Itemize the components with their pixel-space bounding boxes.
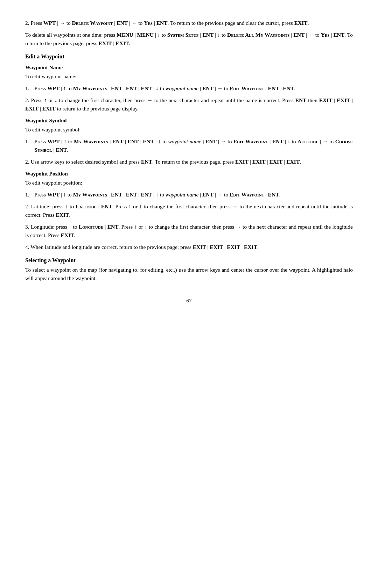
key-yes: Yes — [144, 20, 153, 26]
key-menu2: MENU — [137, 32, 154, 38]
key-exit-sym2c: EXIT — [270, 159, 283, 165]
key-ent-s1b: ENT — [126, 85, 137, 91]
key-ent-lat: ENT — [101, 203, 112, 209]
key-ent-pos1c: ENT — [141, 192, 152, 198]
key-wpt-pos1: WPT — [47, 192, 59, 198]
step-3-longitude: 3. Longitude: press ↓ to Longitude | ENT… — [25, 223, 353, 239]
page-content: 2. Press WPT | → to Delete Waypoint | EN… — [0, 0, 378, 588]
key-exit-lon: EXIT — [61, 232, 74, 238]
key-ent-s2: ENT — [295, 97, 307, 103]
key-ent: ENT — [117, 20, 128, 26]
key-ent-sym1a: ENT — [112, 138, 124, 144]
heading-edit-waypoint: Edit a Waypoint — [25, 52, 353, 61]
key-yes2: Yes — [321, 32, 330, 38]
key-exit-sym2b: EXIT — [252, 159, 266, 165]
step-1-edit-position: 1. Press WPT | ↑ to My Waypoints | ENT |… — [25, 191, 353, 199]
key-system-setup: System Setup — [167, 32, 199, 38]
para-delete-all: To delete all waypoints at one time: pre… — [25, 31, 353, 48]
key-exit-s2a: EXIT — [319, 97, 332, 103]
key-exit: EXIT — [294, 20, 308, 26]
step-1-edit-name-text: Press WPT | ↑ to My Waypoints | ENT | EN… — [34, 84, 295, 93]
key-ent-sym1b: ENT — [127, 138, 139, 144]
key-exit-ret2: EXIT — [210, 244, 223, 250]
key-exit-s2b: EXIT — [337, 97, 350, 103]
key-menu1: MENU — [117, 32, 133, 38]
key-exit-ret4: EXIT — [244, 244, 257, 250]
key-delete-all: Delete All My Waypoints — [227, 32, 289, 38]
step-1-edit-name: 1. Press WPT | ↑ to My Waypoints | ENT |… — [25, 84, 353, 93]
step-1-edit-symbol: 1. Press WPT | ↑ to My Waypoints | ENT |… — [25, 137, 353, 154]
key-my-waypoints-s1: My Waypoints — [73, 85, 107, 91]
key-edit-waypoint-sym1: Edit Waypoint — [233, 138, 268, 144]
key-ent-pos1d: ENT — [202, 192, 214, 198]
key-delete-waypoint: Delete Waypoint — [72, 20, 113, 26]
key-altitude-sym1: Altitude — [298, 138, 318, 144]
subheading-waypoint-position: Waypoint Position — [25, 170, 353, 178]
key-ent-lon: ENT — [107, 224, 119, 230]
key-ent2: ENT — [156, 20, 168, 26]
key-ent-pos1e: ENT — [268, 192, 279, 198]
key-ent-sym1f: ENT — [56, 147, 67, 153]
key-my-waypoints-pos1: My Waypoints — [73, 192, 107, 198]
page-number: 67 — [25, 296, 353, 305]
step-2-edit-name: 2. Press ↑ or ↓ to change the first char… — [25, 96, 353, 113]
key-waypoint-name-sym1: waypoint name — [168, 138, 201, 144]
step-1-edit-symbol-text: Press WPT | ↑ to My Waypoints | ENT | EN… — [34, 137, 353, 154]
key-ent-s1f: ENT — [283, 85, 294, 91]
key-wpt-sym1: WPT — [47, 138, 59, 144]
key-ent-sym1c: ENT — [143, 138, 154, 144]
key-edit-waypoint-pos1: Edit Waypoint — [230, 192, 264, 198]
key-waypoint-name-pos1: waypoint name — [166, 192, 198, 198]
key-ent3: ENT — [202, 32, 214, 38]
key-waypoint-name-s1: waypoint name — [166, 85, 198, 91]
key-exit-ret1: EXIT — [193, 244, 206, 250]
step-1-edit-position-text: Press WPT | ↑ to My Waypoints | ENT | EN… — [34, 191, 280, 199]
subheading-waypoint-name: Waypoint Name — [25, 63, 353, 72]
key-edit-waypoint-s1: Edit Waypoint — [230, 85, 264, 91]
key-wpt: WPT — [43, 20, 56, 26]
para-edit-position-intro: To edit waypoint position: — [25, 179, 353, 187]
key-ent-sym1d: ENT — [205, 138, 217, 144]
key-ent-sym2: ENT — [141, 159, 152, 165]
step-2-latitude: 2. Latitude: press ↓ to Latitude | ENT. … — [25, 202, 353, 219]
step-num-pos-1: 1. — [25, 191, 32, 199]
key-exit-sym2a: EXIT — [235, 159, 248, 165]
key-wpt-s1: WPT — [47, 85, 59, 91]
key-ent-sym1e: ENT — [272, 138, 284, 144]
step-4-return: 4. When latitude and longitude are corre… — [25, 243, 353, 251]
heading-selecting-waypoint: Selecting a Waypoint — [25, 256, 353, 265]
key-exit2: EXIT — [99, 40, 112, 46]
key-ent-s1c: ENT — [141, 85, 152, 91]
key-exit-lat: EXIT — [56, 212, 69, 218]
key-ent-s1e: ENT — [268, 85, 279, 91]
key-latitude: Latitude — [76, 203, 97, 209]
key-exit-ret3: EXIT — [227, 244, 240, 250]
para-selecting-waypoint: To select a waypoint on the map (for nav… — [25, 266, 353, 282]
key-exit-s2c: EXIT — [25, 106, 38, 112]
para-delete-waypoint: 2. Press WPT | → to Delete Waypoint | EN… — [25, 19, 353, 27]
key-ent-s1d: ENT — [202, 85, 214, 91]
key-longitude: Longitude — [79, 224, 103, 230]
key-ent5: ENT — [333, 32, 344, 38]
para-edit-name-intro: To edit waypoint name: — [25, 72, 353, 81]
key-exit3: EXIT — [115, 40, 129, 46]
step-num-1: 1. — [25, 84, 32, 93]
para-edit-symbol-intro: To edit waypoint symbol: — [25, 126, 353, 134]
key-exit-s2d: EXIT — [42, 106, 56, 112]
key-ent4: ENT — [293, 32, 304, 38]
step-2-edit-symbol: 2. Use arrow keys to select desired symb… — [25, 158, 353, 166]
key-my-waypoints-sym1: My Waypoints — [74, 138, 108, 144]
key-ent-pos1b: ENT — [126, 192, 137, 198]
key-ent-pos1a: ENT — [111, 192, 122, 198]
subheading-waypoint-symbol: Waypoint Symbol — [25, 116, 353, 125]
step-num-sym-1: 1. — [25, 137, 32, 154]
key-ent-s1a: ENT — [111, 85, 122, 91]
key-exit-sym2d: EXIT — [286, 159, 300, 165]
